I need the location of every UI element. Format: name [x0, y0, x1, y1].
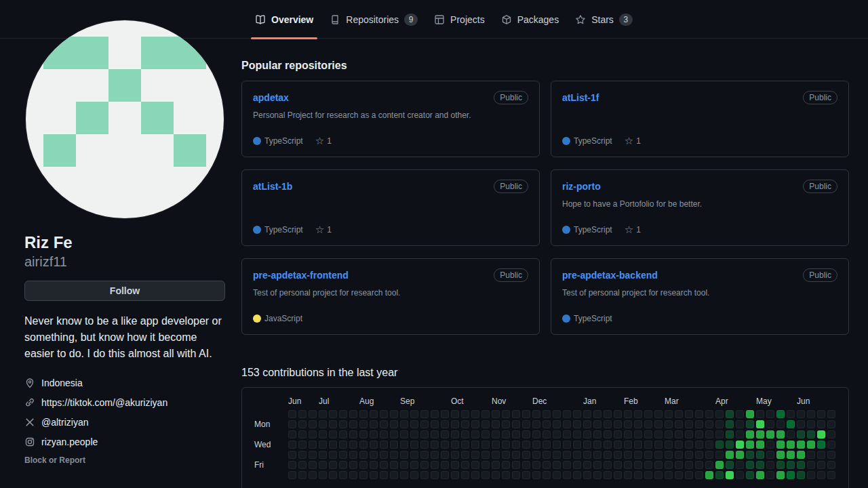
contribution-cell[interactable] [522, 471, 530, 479]
contribution-cell[interactable] [492, 451, 500, 459]
contribution-cell[interactable] [817, 451, 825, 459]
contribution-cell[interactable] [492, 430, 500, 439]
contribution-cell[interactable] [502, 471, 510, 479]
contribution-cell[interactable] [309, 430, 317, 439]
contribution-cell[interactable] [644, 471, 652, 479]
contribution-cell[interactable] [827, 410, 835, 418]
contribution-cell[interactable] [583, 471, 591, 479]
contribution-cell[interactable] [563, 461, 571, 469]
contribution-cell[interactable] [726, 430, 734, 439]
contribution-cell[interactable] [583, 451, 591, 459]
contribution-cell[interactable] [665, 471, 673, 479]
contribution-cell[interactable] [410, 430, 418, 439]
contribution-cell[interactable] [715, 461, 724, 469]
contribution-cell[interactable] [593, 410, 601, 418]
contribution-cell[interactable] [715, 441, 724, 449]
contribution-cell[interactable] [481, 451, 490, 459]
contribution-cell[interactable] [695, 430, 703, 439]
contribution-cell[interactable] [634, 420, 642, 428]
contribution-cell[interactable] [339, 471, 347, 479]
contribution-cell[interactable] [431, 461, 439, 469]
contribution-cell[interactable] [756, 441, 764, 449]
contribution-cell[interactable] [797, 441, 805, 449]
contribution-cell[interactable] [349, 441, 357, 449]
contribution-cell[interactable] [817, 410, 825, 418]
contribution-cell[interactable] [766, 471, 774, 479]
contribution-cell[interactable] [766, 451, 774, 459]
contribution-cell[interactable] [563, 410, 571, 418]
contribution-cell[interactable] [309, 420, 317, 428]
contribution-cell[interactable] [431, 410, 439, 418]
contribution-cell[interactable] [756, 451, 764, 459]
contribution-cell[interactable] [288, 461, 296, 469]
repo-link[interactable]: riz-porto [562, 181, 601, 192]
contribution-cell[interactable] [380, 441, 388, 449]
contribution-cell[interactable] [787, 471, 795, 479]
contribution-cell[interactable] [481, 430, 490, 439]
contribution-cell[interactable] [766, 441, 774, 449]
contribution-cell[interactable] [787, 420, 795, 428]
repo-link[interactable]: apdetax [253, 92, 289, 103]
contribution-cell[interactable] [542, 410, 551, 418]
contribution-cell[interactable] [583, 441, 591, 449]
contribution-cell[interactable] [573, 441, 581, 449]
contribution-cell[interactable] [614, 410, 622, 418]
contribution-cell[interactable] [441, 451, 449, 459]
contribution-cell[interactable] [420, 451, 429, 459]
contribution-cell[interactable] [665, 461, 673, 469]
repo-star-count[interactable]: ☆1 [315, 225, 332, 235]
contribution-cell[interactable] [359, 430, 368, 439]
contribution-cell[interactable] [634, 451, 642, 459]
contribution-cell[interactable] [298, 471, 307, 479]
contribution-cell[interactable] [756, 430, 764, 439]
contribution-cell[interactable] [563, 420, 571, 428]
contribution-cell[interactable] [604, 451, 612, 459]
contribution-cell[interactable] [542, 441, 551, 449]
contribution-cell[interactable] [695, 420, 703, 428]
contribution-cell[interactable] [624, 420, 632, 428]
contribution-cell[interactable] [797, 410, 805, 418]
contribution-cell[interactable] [665, 451, 673, 459]
contribution-cell[interactable] [817, 461, 825, 469]
contribution-cell[interactable] [573, 461, 581, 469]
contribution-cell[interactable] [492, 420, 500, 428]
contribution-cell[interactable] [644, 430, 652, 439]
contribution-cell[interactable] [614, 430, 622, 439]
contribution-cell[interactable] [787, 461, 795, 469]
contribution-cell[interactable] [319, 430, 327, 439]
contribution-cell[interactable] [675, 451, 683, 459]
contribution-cell[interactable] [441, 420, 449, 428]
contribution-cell[interactable] [339, 461, 347, 469]
contribution-cell[interactable] [339, 420, 347, 428]
contribution-cell[interactable] [583, 410, 591, 418]
contribution-cell[interactable] [390, 410, 398, 418]
contribution-cell[interactable] [532, 451, 540, 459]
contribution-cell[interactable] [593, 451, 601, 459]
contribution-cell[interactable] [380, 420, 388, 428]
contribution-cell[interactable] [481, 410, 490, 418]
contribution-cell[interactable] [461, 441, 469, 449]
contribution-cell[interactable] [553, 471, 561, 479]
contribution-cell[interactable] [298, 410, 307, 418]
contribution-cell[interactable] [359, 471, 368, 479]
contribution-cell[interactable] [522, 430, 530, 439]
contribution-cell[interactable] [380, 471, 388, 479]
contribution-cell[interactable] [573, 451, 581, 459]
contribution-cell[interactable] [461, 451, 469, 459]
contribution-cell[interactable] [705, 461, 713, 469]
contribution-cell[interactable] [797, 420, 805, 428]
contribution-cell[interactable] [532, 410, 540, 418]
contribution-cell[interactable] [726, 420, 734, 428]
contribution-cell[interactable] [492, 441, 500, 449]
contribution-cell[interactable] [736, 441, 744, 449]
contribution-cell[interactable] [420, 420, 429, 428]
contribution-cell[interactable] [604, 471, 612, 479]
contribution-cell[interactable] [349, 461, 357, 469]
contribution-cell[interactable] [370, 461, 378, 469]
contribution-cell[interactable] [604, 441, 612, 449]
contribution-cell[interactable] [675, 430, 683, 439]
contribution-cell[interactable] [736, 410, 744, 418]
contribution-cell[interactable] [654, 430, 663, 439]
contribution-cell[interactable] [451, 420, 459, 428]
contribution-cell[interactable] [685, 420, 693, 428]
